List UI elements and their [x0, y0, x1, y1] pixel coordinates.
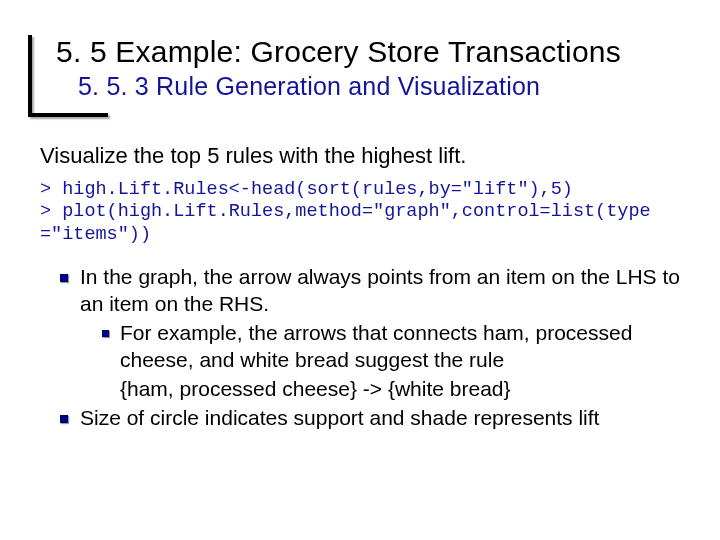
title-block: 5. 5 Example: Grocery Store Transactions…	[28, 35, 692, 101]
slide-subtitle: 5. 5. 3 Rule Generation and Visualizatio…	[56, 72, 692, 101]
list-item-text: Size of circle indicates support and sha…	[80, 406, 599, 429]
slide-content: Visualize the top 5 rules with the highe…	[28, 143, 692, 432]
list-item-text: For example, the arrows that connects ha…	[120, 321, 632, 371]
list-item-text: {ham, processed cheese} -> {white bread}	[120, 377, 511, 400]
body-list: In the graph, the arrow always points fr…	[40, 264, 680, 431]
lead-text: Visualize the top 5 rules with the highe…	[40, 143, 680, 169]
sub-list: For example, the arrows that connects ha…	[80, 320, 680, 403]
slide: 5. 5 Example: Grocery Store Transactions…	[0, 0, 720, 540]
list-item: {ham, processed cheese} -> {white bread}	[102, 376, 680, 403]
list-item: In the graph, the arrow always points fr…	[60, 264, 680, 402]
list-item: Size of circle indicates support and sha…	[60, 405, 680, 432]
code-block: > high.Lift.Rules<-head(sort(rules,by="l…	[40, 179, 680, 247]
list-item: For example, the arrows that connects ha…	[102, 320, 680, 374]
list-item-text: In the graph, the arrow always points fr…	[80, 265, 680, 315]
slide-title: 5. 5 Example: Grocery Store Transactions	[56, 35, 692, 70]
